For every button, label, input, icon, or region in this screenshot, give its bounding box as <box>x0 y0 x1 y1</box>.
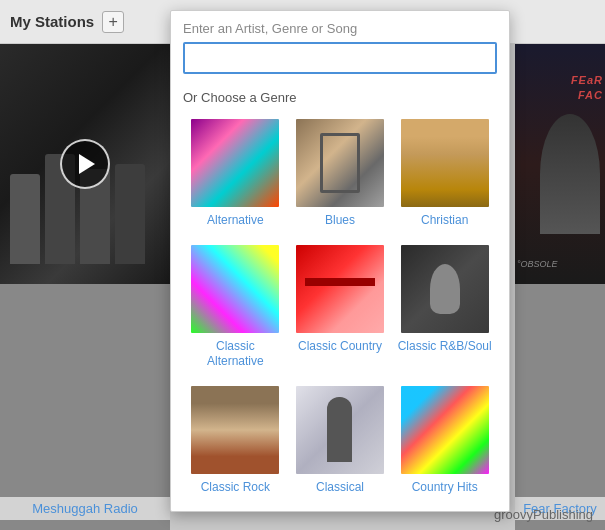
genre-name: Christian <box>421 213 468 229</box>
genre-grid: AlternativeBluesChristianClassic Alterna… <box>171 111 509 511</box>
genre-name: Alternative <box>207 213 264 229</box>
genre-item[interactable]: Classic R&B/Soul <box>392 237 497 378</box>
genre-item[interactable]: Christian <box>392 111 497 237</box>
genre-name: Blues <box>325 213 355 229</box>
station-card-right: FEaR FAC °OBSOLE Fear Factory <box>515 44 605 530</box>
genre-item[interactable]: Classical <box>288 378 393 504</box>
genre-thumbnail <box>191 245 279 333</box>
genre-name: Classic Country <box>298 339 382 355</box>
chair-icon <box>320 133 360 193</box>
figure-icon <box>327 397 352 462</box>
genre-thumbnail <box>401 386 489 474</box>
page-title: My Stations <box>10 13 94 30</box>
genre-thumbnail <box>401 245 489 333</box>
figure-1 <box>10 174 40 264</box>
figure-4 <box>115 164 145 264</box>
genre-item[interactable]: Classic Country <box>288 237 393 378</box>
station-name-left[interactable]: Meshuggah Radio <box>0 497 170 520</box>
play-button[interactable] <box>60 139 110 189</box>
genre-name: Classical <box>316 480 364 496</box>
station-card-left: Meshuggah Radio <box>0 44 170 530</box>
search-label: Enter an Artist, Genre or Song <box>183 21 497 36</box>
add-station-button[interactable]: + <box>102 11 124 33</box>
play-icon <box>79 154 95 174</box>
genre-item[interactable]: Alternative <box>183 111 288 237</box>
ff-text-factory: FAC <box>578 89 603 101</box>
genre-thumbnail <box>296 245 384 333</box>
genre-name: Classic Rock <box>201 480 270 496</box>
genre-name: Classic R&B/Soul <box>398 339 492 355</box>
genre-item[interactable]: Classic Rock <box>183 378 288 504</box>
ff-text-fear: FEaR <box>571 74 603 86</box>
genre-dropdown: Enter an Artist, Genre or Song Or Choose… <box>170 10 510 512</box>
genre-name: Country Hits <box>412 480 478 496</box>
genre-item[interactable]: Blues <box>288 111 393 237</box>
microphone-icon <box>430 264 460 314</box>
genre-section-label: Or Choose a Genre <box>171 82 509 111</box>
genre-thumbnail <box>296 119 384 207</box>
ff-album-text: °OBSOLE <box>517 259 558 269</box>
station-album-art-left <box>0 44 170 284</box>
genre-item[interactable]: Country Hits <box>392 378 497 504</box>
dropdown-header: Enter an Artist, Genre or Song <box>171 11 509 82</box>
genre-thumbnail <box>296 386 384 474</box>
ff-design-element <box>540 114 600 234</box>
genre-name: Classic Alternative <box>187 339 284 370</box>
search-input[interactable] <box>183 42 497 74</box>
fringe-icon <box>305 278 375 328</box>
station-album-art-right: FEaR FAC °OBSOLE <box>515 44 605 284</box>
genre-thumbnail <box>401 119 489 207</box>
genre-thumbnail <box>191 386 279 474</box>
genre-thumbnail <box>191 119 279 207</box>
genre-item[interactable]: Classic Alternative <box>183 237 288 378</box>
